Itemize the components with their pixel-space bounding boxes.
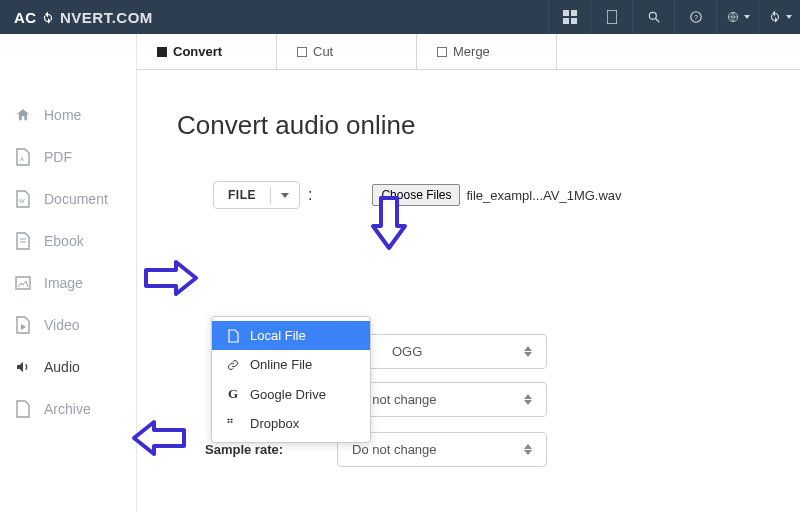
sidebar-item-archive[interactable]: Archive — [0, 388, 136, 430]
link-icon — [226, 359, 240, 371]
tab-label: Cut — [313, 44, 333, 59]
samplerate-label: Sample rate: — [205, 442, 283, 457]
tab-label: Convert — [173, 44, 222, 59]
sidebar-item-label: PDF — [44, 149, 72, 165]
refresh-icon — [41, 11, 55, 25]
grid-icon[interactable] — [548, 0, 590, 34]
archive-icon — [14, 400, 32, 418]
chevron-down-icon — [270, 187, 299, 204]
svg-rect-3 — [571, 18, 577, 24]
file-icon — [226, 329, 240, 343]
annotation-arrow-down — [369, 194, 409, 254]
svg-line-6 — [655, 19, 659, 23]
dropdown-label: Google Drive — [250, 387, 326, 402]
tab-convert[interactable]: Convert — [137, 34, 277, 69]
main: Convert Cut Merge Convert audio online F… — [137, 34, 800, 512]
svg-rect-0 — [563, 10, 569, 16]
checkbox-icon — [297, 47, 307, 57]
tab-label: Merge — [453, 44, 490, 59]
dropdown-label: Dropbox — [250, 416, 299, 431]
document-icon: W — [14, 190, 32, 208]
sidebar-item-audio[interactable]: Audio — [0, 346, 136, 388]
dropdown-item-online[interactable]: Online File — [212, 350, 370, 379]
logo[interactable]: AC NVERT.COM — [0, 9, 167, 26]
file-source-button[interactable]: FILE — [213, 181, 300, 209]
image-icon — [14, 274, 32, 292]
sidebar-item-label: Home — [44, 107, 81, 123]
dropdown-item-gdrive[interactable]: GGoogle Drive — [212, 379, 370, 409]
svg-text:A: A — [20, 156, 24, 162]
dropdown-label: Local File — [250, 328, 306, 343]
colon: : — [308, 186, 312, 204]
svg-text:?: ? — [694, 14, 698, 21]
tab-merge[interactable]: Merge — [417, 34, 557, 69]
video-icon — [14, 316, 32, 334]
logo-part2: NVERT.COM — [60, 9, 153, 26]
tab-cut[interactable]: Cut — [277, 34, 417, 69]
audio-icon — [14, 358, 32, 376]
sidebar-item-ebook[interactable]: Ebook — [0, 220, 136, 262]
search-icon[interactable] — [632, 0, 674, 34]
tabs: Convert Cut Merge — [137, 34, 800, 70]
select-value: OGG — [392, 344, 422, 359]
selected-filename: file_exampl...AV_1MG.wav — [466, 188, 621, 203]
sidebar-item-label: Audio — [44, 359, 80, 375]
mobile-icon[interactable] — [590, 0, 632, 34]
select-arrows-icon — [524, 394, 532, 405]
file-source-dropdown: Local File Online File GGoogle Drive Dro… — [211, 316, 371, 443]
svg-rect-4 — [607, 10, 617, 24]
help-icon[interactable]: ? — [674, 0, 716, 34]
topbar: AC NVERT.COM ? — [0, 0, 800, 34]
sidebar-item-label: Ebook — [44, 233, 84, 249]
annotation-arrow-left — [126, 416, 188, 460]
pdf-icon: A — [14, 148, 32, 166]
dropdown-label: Online File — [250, 357, 312, 372]
sidebar-item-home[interactable]: Home — [0, 94, 136, 136]
ebook-icon — [14, 232, 32, 250]
annotation-arrow-right — [142, 256, 202, 300]
sidebar-item-image[interactable]: Image — [0, 262, 136, 304]
sidebar-item-video[interactable]: Video — [0, 304, 136, 346]
select-value: Do not change — [352, 442, 437, 457]
sidebar: Home APDF WDocument Ebook Image Video Au… — [0, 34, 137, 512]
dropbox-icon — [226, 418, 240, 430]
sidebar-item-document[interactable]: WDocument — [0, 178, 136, 220]
file-source-label: FILE — [214, 182, 270, 208]
sidebar-item-label: Document — [44, 191, 108, 207]
select-arrows-icon — [524, 346, 532, 357]
dropdown-item-local[interactable]: Local File — [212, 321, 370, 350]
refresh-top-icon[interactable] — [758, 0, 800, 34]
dropdown-item-dropbox[interactable]: Dropbox — [212, 409, 370, 438]
sidebar-item-pdf[interactable]: APDF — [0, 136, 136, 178]
sidebar-item-label: Archive — [44, 401, 91, 417]
checkbox-icon — [157, 47, 167, 57]
page-title: Convert audio online — [177, 110, 760, 141]
svg-point-5 — [649, 12, 656, 19]
checkbox-icon — [437, 47, 447, 57]
language-icon[interactable] — [716, 0, 758, 34]
svg-text:W: W — [19, 198, 25, 204]
svg-rect-2 — [563, 18, 569, 24]
svg-rect-12 — [16, 277, 30, 289]
select-arrows-icon — [524, 444, 532, 455]
logo-part1: AC — [14, 9, 37, 26]
svg-rect-1 — [571, 10, 577, 16]
home-icon — [14, 106, 32, 124]
google-icon: G — [226, 386, 240, 402]
sidebar-item-label: Video — [44, 317, 80, 333]
sidebar-item-label: Image — [44, 275, 83, 291]
